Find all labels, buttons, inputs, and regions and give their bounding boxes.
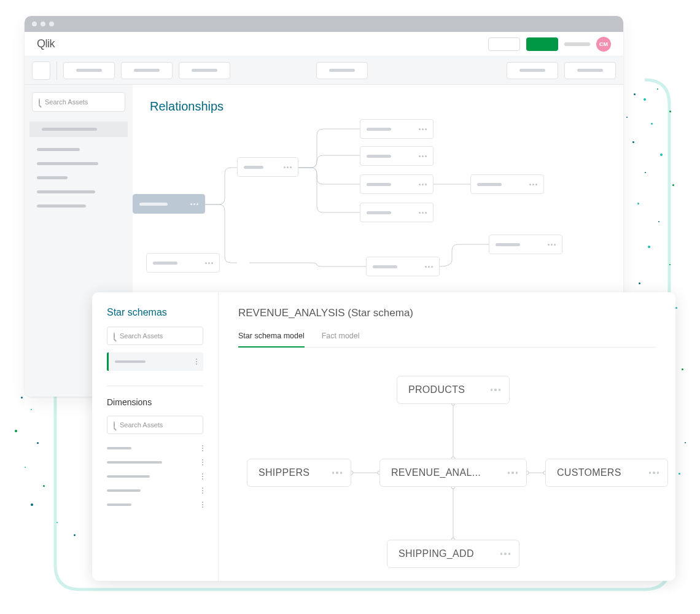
search-icon: [39, 98, 40, 106]
tabs: Star schema model Fact model: [238, 332, 656, 348]
more-icon[interactable]: [425, 266, 433, 268]
more-icon[interactable]: [419, 155, 427, 157]
modal-content: REVENUE_ANALYSIS (Star schema) Star sche…: [219, 292, 675, 581]
schema-node-products[interactable]: PRODUCTS: [397, 376, 510, 404]
relationship-node[interactable]: [237, 157, 298, 177]
toolbar-button[interactable]: [121, 62, 173, 79]
more-icon[interactable]: [500, 553, 511, 555]
more-icon[interactable]: [190, 203, 198, 205]
divider: [107, 386, 203, 386]
more-vertical-icon[interactable]: [202, 502, 203, 508]
more-icon[interactable]: [205, 262, 213, 264]
sidebar-item[interactable]: [37, 162, 98, 165]
toolbar: [25, 56, 623, 85]
header-button[interactable]: [488, 37, 520, 51]
star-schemas-heading: Star schemas: [107, 307, 203, 318]
modal-title: REVENUE_ANALYSIS (Star schema): [238, 307, 656, 319]
toolbar-button[interactable]: [179, 62, 230, 79]
search-dimensions[interactable]: [107, 416, 203, 434]
search-star-schemas[interactable]: [107, 327, 203, 345]
relationship-node[interactable]: [470, 174, 544, 194]
search-assets[interactable]: [32, 92, 125, 112]
relationship-node[interactable]: [360, 174, 434, 194]
search-input[interactable]: [120, 332, 204, 340]
window-control-dot: [49, 21, 54, 26]
node-label: SHIPPERS: [259, 467, 309, 478]
more-icon[interactable]: [419, 212, 427, 214]
relationship-node[interactable]: [146, 253, 220, 273]
search-input[interactable]: [120, 421, 204, 429]
sidebar-item[interactable]: [37, 204, 86, 208]
modal-sidebar: Star schemas Dimensions: [92, 292, 219, 581]
dimension-item[interactable]: [107, 459, 203, 465]
more-icon[interactable]: [529, 184, 537, 185]
section-title: Relationships: [150, 99, 606, 114]
more-icon[interactable]: [491, 389, 501, 391]
browser-chrome: [25, 16, 623, 32]
logo: Qlik: [37, 37, 55, 50]
dimensions-heading: Dimensions: [107, 397, 203, 407]
star-schema-modal: Star schemas Dimensions REVENUE_ANALYSIS…: [92, 292, 675, 581]
schema-node-revenue[interactable]: REVENUE_ANAL...: [379, 459, 527, 487]
toolbar-button[interactable]: [564, 62, 616, 79]
more-vertical-icon[interactable]: [196, 359, 197, 365]
sidebar-item[interactable]: [37, 190, 95, 193]
search-icon: [114, 332, 115, 340]
toolbar-button[interactable]: [316, 62, 368, 79]
window-control-dot: [41, 21, 45, 26]
app-header: Qlik CM: [25, 32, 623, 56]
star-schema-diagram: PRODUCTS SHIPPERS REVENUE_ANAL... CUSTOM…: [238, 354, 656, 562]
dimension-item[interactable]: [107, 502, 203, 508]
toolbar-button[interactable]: [507, 62, 558, 79]
relationship-node[interactable]: [366, 257, 440, 276]
header-skeleton: [564, 42, 590, 46]
more-icon[interactable]: [508, 472, 518, 474]
toolbar-button[interactable]: [63, 62, 115, 79]
schema-list-item[interactable]: [107, 352, 203, 371]
node-label: SHIPPING_ADD: [399, 548, 474, 559]
more-icon[interactable]: [419, 128, 427, 130]
node-label: PRODUCTS: [408, 384, 465, 395]
schema-node-shipping[interactable]: SHIPPING_ADD: [387, 540, 519, 568]
relationship-node[interactable]: [360, 146, 434, 166]
search-icon: [114, 421, 115, 429]
relationship-node-root[interactable]: [133, 194, 205, 214]
more-icon[interactable]: [332, 472, 343, 474]
sidebar-item[interactable]: [29, 122, 128, 137]
more-vertical-icon[interactable]: [202, 488, 203, 494]
more-icon[interactable]: [284, 166, 292, 168]
relationship-node[interactable]: [360, 119, 434, 139]
schema-node-customers[interactable]: CUSTOMERS: [545, 459, 668, 487]
window-control-dot: [32, 21, 37, 26]
dimension-item[interactable]: [107, 488, 203, 494]
dimension-item[interactable]: [107, 473, 203, 480]
more-icon[interactable]: [548, 244, 556, 246]
relationship-node[interactable]: [360, 203, 434, 222]
sidebar-item[interactable]: [37, 176, 68, 179]
tab-star-schema-model[interactable]: Star schema model: [238, 332, 305, 348]
toolbar-divider: [56, 61, 57, 80]
node-label: REVENUE_ANAL...: [391, 467, 481, 478]
more-vertical-icon[interactable]: [202, 445, 203, 451]
more-icon[interactable]: [649, 472, 659, 474]
header-primary-button[interactable]: [526, 37, 558, 51]
schema-node-shippers[interactable]: SHIPPERS: [247, 459, 351, 487]
search-input[interactable]: [45, 98, 130, 106]
more-icon[interactable]: [419, 184, 427, 185]
avatar[interactable]: CM: [596, 37, 611, 52]
more-vertical-icon[interactable]: [202, 473, 203, 480]
tab-fact-model[interactable]: Fact model: [322, 332, 360, 347]
toolbar-icon-button[interactable]: [32, 61, 50, 80]
node-label: CUSTOMERS: [557, 467, 621, 478]
relationship-node[interactable]: [489, 235, 562, 254]
more-vertical-icon[interactable]: [202, 459, 203, 465]
dimension-item[interactable]: [107, 445, 203, 451]
sidebar-item[interactable]: [37, 148, 80, 151]
